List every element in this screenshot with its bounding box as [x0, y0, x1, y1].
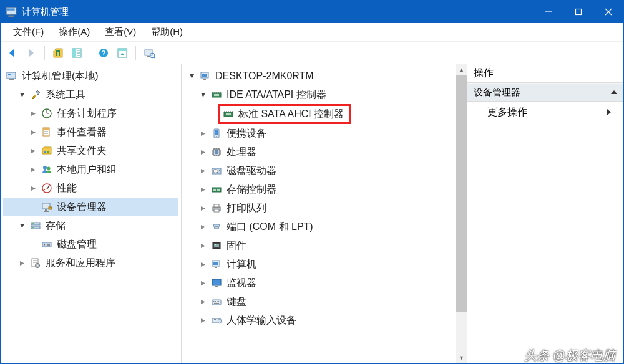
device-print-queues[interactable]: 打印队列 [184, 199, 456, 218]
tree-label: 存储控制器 [227, 183, 276, 196]
minimize-button[interactable] [534, 1, 563, 23]
computer-mgmt-icon [6, 70, 18, 82]
device-firmware[interactable]: 固件 [184, 236, 456, 255]
expand-icon[interactable] [28, 108, 38, 118]
device-keyboards[interactable]: 键盘 [184, 292, 456, 311]
properties-button[interactable] [114, 45, 130, 61]
tree-root-computer-mgmt[interactable]: 计算机管理(本地) [3, 67, 178, 85]
back-button[interactable] [4, 45, 21, 61]
device-storage-controllers[interactable]: 存储控制器 [184, 180, 456, 199]
expand-icon[interactable] [198, 90, 208, 100]
tree-label: 系统工具 [46, 89, 85, 102]
vertical-scrollbar[interactable]: ▲ ▼ [456, 64, 467, 363]
actions-section-title[interactable]: 设备管理器 [467, 83, 623, 102]
tree-services-apps[interactable]: 服务和应用程序 [3, 254, 178, 272]
tools-icon [29, 89, 42, 101]
svg-rect-106 [215, 267, 217, 268]
device-root[interactable]: DESKTOP-2MK0RTM [184, 67, 456, 85]
tree-label: 任务计划程序 [57, 107, 117, 120]
expand-icon[interactable] [198, 184, 208, 194]
menu-help[interactable]: 帮助(H) [145, 24, 192, 40]
show-hide-tree-button[interactable] [69, 45, 85, 61]
actions-more[interactable]: 更多操作 [467, 102, 623, 123]
monitor-icon [210, 277, 223, 289]
svg-rect-40 [49, 207, 52, 209]
expand-icon[interactable] [198, 147, 208, 157]
expand-icon[interactable] [198, 259, 208, 269]
expand-icon[interactable] [17, 90, 27, 100]
submenu-icon [607, 109, 611, 115]
device-portable[interactable]: 便携设备 [184, 124, 456, 143]
svg-rect-28 [43, 128, 49, 130]
svg-rect-113 [217, 301, 218, 302]
device-ports[interactable]: 端口 (COM 和 LPT) [184, 218, 456, 236]
actions-pane: 操作 设备管理器 更多操作 [467, 64, 623, 363]
device-disk-drives[interactable]: 磁盘驱动器 [184, 161, 456, 180]
expand-icon[interactable] [198, 128, 208, 138]
scroll-up-button[interactable]: ▲ [456, 64, 467, 75]
svg-point-33 [43, 166, 47, 170]
tree-local-users[interactable]: 本地用户和组 [3, 160, 178, 179]
menu-file[interactable]: 文件(F) [7, 24, 52, 40]
menu-view[interactable]: 查看(V) [99, 24, 145, 40]
controller-icon [222, 108, 235, 120]
maximize-button[interactable] [563, 1, 593, 23]
device-sata-ahci[interactable]: 标准 SATA AHCI 控制器 [218, 104, 351, 124]
svg-point-32 [47, 151, 49, 153]
actions-header-label: 操作 [474, 67, 494, 80]
hid-icon [210, 314, 223, 327]
device-computers[interactable]: 计算机 [184, 255, 456, 274]
svg-rect-109 [214, 287, 219, 287]
expand-icon[interactable] [28, 165, 38, 175]
svg-point-31 [44, 151, 46, 153]
tree-disk-mgmt[interactable]: 磁盘管理 [3, 235, 178, 254]
tree-device-manager[interactable]: 设备管理器 [3, 198, 178, 216]
svg-rect-65 [226, 113, 231, 115]
svg-rect-56 [202, 80, 207, 80]
computer-icon [199, 70, 212, 82]
tree-storage[interactable]: 存储 [3, 216, 178, 235]
device-hid[interactable]: 人体学输入设备 [184, 311, 456, 330]
menu-action[interactable]: 操作(A) [52, 24, 99, 40]
svg-rect-117 [213, 319, 213, 320]
expand-icon[interactable] [198, 222, 208, 232]
expand-icon[interactable] [187, 71, 197, 81]
tree-task-scheduler[interactable]: 任务计划程序 [3, 104, 178, 123]
expand-icon[interactable] [198, 166, 208, 176]
tree-event-viewer[interactable]: 事件查看器 [3, 123, 178, 141]
forward-button[interactable] [23, 45, 39, 61]
separator [90, 46, 90, 60]
tree-shared-folders[interactable]: 共享文件夹 [3, 141, 178, 160]
tree-label: DESKTOP-2MK0RTM [215, 70, 314, 82]
svg-rect-114 [218, 301, 220, 302]
tree-label: 磁盘驱动器 [227, 165, 276, 178]
scroll-down-button[interactable]: ▼ [456, 352, 467, 363]
tree-label: 标准 SATA AHCI 控制器 [238, 108, 344, 121]
tree-label: 事件查看器 [57, 126, 107, 139]
expand-icon[interactable] [28, 183, 38, 193]
clock-icon [41, 107, 53, 120]
expand-icon[interactable] [198, 297, 208, 307]
svg-rect-55 [203, 79, 206, 80]
help-button[interactable]: ? [95, 45, 112, 61]
device-processors[interactable]: 处理器 [184, 143, 456, 161]
expand-icon[interactable] [17, 221, 27, 231]
expand-icon[interactable] [198, 278, 208, 288]
svg-rect-115 [214, 303, 219, 304]
tree-label: 计算机管理(本地) [22, 70, 99, 83]
expand-icon[interactable] [198, 203, 208, 213]
expand-icon[interactable] [28, 146, 38, 156]
expand-icon[interactable] [17, 258, 27, 268]
up-button[interactable] [50, 45, 66, 61]
expand-icon[interactable] [28, 127, 38, 137]
device-ide-atapi[interactable]: IDE ATA/ATAPI 控制器 [184, 85, 456, 104]
tree-system-tools[interactable]: 系统工具 [3, 85, 178, 104]
svg-rect-54 [202, 74, 207, 77]
device-monitors[interactable]: 监视器 [184, 274, 456, 292]
tree-performance[interactable]: 性能 [3, 179, 178, 198]
scan-hardware-button[interactable] [141, 45, 157, 61]
expand-icon[interactable] [198, 241, 208, 251]
scroll-thumb[interactable] [456, 75, 467, 312]
close-button[interactable] [593, 1, 623, 23]
expand-icon[interactable] [198, 315, 208, 325]
